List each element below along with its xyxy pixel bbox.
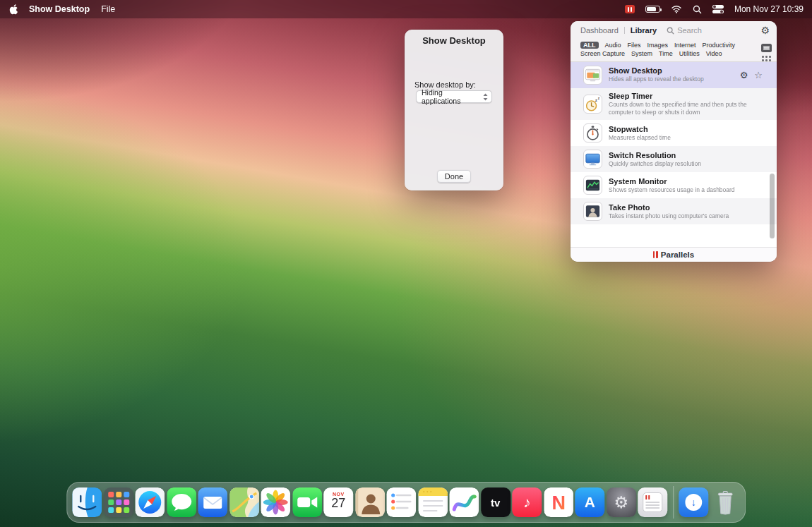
appstore-dock-icon[interactable]: A	[575, 487, 604, 517]
tool-title: Sleep Timer	[609, 92, 767, 100]
tool-description: Hides all apps to reveal the desktop	[609, 75, 734, 83]
dropdown-chevrons-icon	[482, 92, 489, 102]
appletv-dock-icon[interactable]: tv	[481, 487, 511, 517]
music-dock-icon[interactable]: ♪	[512, 487, 542, 517]
reminders-dock-icon[interactable]	[386, 487, 416, 517]
toolbox-window-icon	[643, 492, 662, 512]
dropdown-value: Hiding applications	[422, 88, 482, 105]
parallels-toolbox-panel: Dashboard Library ⚙ ALL Audio Files Imag…	[571, 21, 777, 262]
list-view-icon[interactable]	[761, 44, 772, 52]
freeform-dock-icon[interactable]	[449, 487, 479, 517]
finder-dock-icon[interactable]	[72, 487, 102, 517]
category-time[interactable]: Time	[659, 50, 673, 57]
category-internet[interactable]: Internet	[674, 42, 696, 49]
search-input[interactable]	[677, 26, 734, 35]
download-arrow-icon: ↓	[691, 497, 696, 508]
tool-row-switch-resolution[interactable]: Switch Resolution Quickly switches displ…	[571, 146, 777, 172]
show-desktop-tool-icon	[583, 66, 602, 85]
trash-dock-icon[interactable]	[710, 487, 740, 517]
tool-title: Take Photo	[609, 203, 767, 212]
tv-label: tv	[491, 497, 500, 509]
category-system[interactable]: System	[631, 50, 652, 57]
tool-title: Show Desktop	[609, 66, 734, 75]
tool-row-take-photo[interactable]: Take Photo Takes instant photo using com…	[571, 198, 777, 224]
parallels-toolbox-dock-icon[interactable]	[638, 487, 667, 517]
tab-divider	[624, 27, 625, 34]
battery-icon[interactable]	[645, 6, 660, 13]
news-n-label: N	[551, 492, 566, 514]
wifi-icon[interactable]	[671, 5, 682, 13]
show-desktop-by-dropdown[interactable]: Hiding applications	[416, 90, 492, 103]
messages-dock-icon[interactable]	[167, 487, 196, 517]
parallels-brand-name: Parallels	[661, 250, 694, 259]
panel-settings-gear-icon[interactable]: ⚙	[760, 25, 770, 35]
apple-menu-icon[interactable]	[8, 4, 18, 15]
stopwatch-tool-icon	[583, 123, 602, 143]
category-images[interactable]: Images	[647, 42, 669, 49]
tab-dashboard[interactable]: Dashboard	[580, 26, 619, 35]
show-desktop-dialog: Show Desktop Show desktop by: Hiding app…	[405, 30, 503, 190]
tool-description: Quickly switches display resolution	[609, 160, 767, 168]
tool-title: Switch Resolution	[609, 151, 767, 159]
dock-separator	[673, 486, 674, 519]
facetime-dock-icon[interactable]	[292, 487, 322, 517]
category-video[interactable]: Video	[706, 50, 722, 57]
dialog-title: Show Desktop	[405, 30, 503, 46]
svg-text:z: z	[595, 97, 597, 102]
tab-library[interactable]: Library	[631, 26, 657, 35]
calendar-day-label: 27	[331, 497, 345, 509]
downloads-dock-icon[interactable]: ↓	[679, 487, 708, 517]
photos-dock-icon[interactable]	[261, 487, 290, 517]
panel-footer: Parallels	[571, 247, 777, 262]
switch-resolution-tool-icon	[583, 150, 602, 169]
category-productivity[interactable]: Productivity	[703, 42, 736, 49]
svg-text:z: z	[598, 97, 600, 100]
control-center-icon[interactable]	[712, 5, 724, 13]
maps-dock-icon[interactable]	[229, 487, 259, 517]
safari-dock-icon[interactable]	[135, 487, 165, 517]
notes-dock-icon[interactable]	[418, 487, 448, 517]
appstore-a-label: A	[585, 494, 595, 511]
menubar-menu-file[interactable]: File	[101, 4, 115, 14]
tool-settings-gear-icon[interactable]: ⚙	[740, 71, 748, 80]
system-settings-dock-icon[interactable]: ⚙	[607, 487, 636, 517]
menubar-app-name[interactable]: Show Desktop	[29, 4, 90, 14]
parallels-logo-icon	[653, 251, 658, 258]
tool-title: Stopwatch	[609, 125, 767, 133]
panel-search[interactable]	[667, 26, 760, 35]
search-icon	[667, 27, 674, 35]
system-monitor-tool-icon	[583, 176, 602, 195]
menubar-clock[interactable]: Mon Nov 27 10:39	[734, 4, 804, 14]
sleep-timer-tool-icon: zz	[583, 95, 602, 114]
tool-row-sleep-timer[interactable]: zz Sleep Timer Counts down to the specif…	[571, 88, 777, 120]
tool-row-stopwatch[interactable]: Stopwatch Measures elapsed time	[571, 120, 777, 146]
done-button[interactable]: Done	[437, 170, 471, 183]
tool-row-system-monitor[interactable]: System Monitor Shows system resources us…	[571, 172, 777, 198]
dock: NOV 27 tv ♪ N A ⚙	[66, 482, 746, 523]
grid-view-icon[interactable]	[761, 55, 772, 62]
tool-description: Counts down to the specified time and th…	[609, 101, 767, 116]
category-files[interactable]: Files	[628, 42, 641, 49]
tool-description: Shows system resources usage in a dashbo…	[609, 186, 767, 194]
calendar-dock-icon[interactable]: NOV 27	[323, 487, 353, 517]
panel-scrollbar[interactable]	[770, 174, 775, 238]
panel-header: Dashboard Library ⚙ ALL Audio Files Imag…	[571, 21, 777, 62]
mail-dock-icon[interactable]	[198, 487, 227, 517]
category-audio[interactable]: Audio	[605, 42, 621, 49]
tool-row-show-desktop[interactable]: Show Desktop Hides all apps to reveal th…	[571, 62, 777, 88]
tool-list: Show Desktop Hides all apps to reveal th…	[571, 62, 777, 224]
gear-icon: ⚙	[614, 493, 628, 512]
launchpad-dock-icon[interactable]	[104, 487, 133, 517]
tool-favorite-star-icon[interactable]: ☆	[754, 71, 763, 80]
category-utilities[interactable]: Utilities	[679, 50, 700, 57]
parallels-toolbox-menu-icon[interactable]	[625, 5, 635, 13]
contacts-dock-icon[interactable]	[355, 487, 385, 517]
category-screen-capture[interactable]: Screen Capture	[580, 50, 625, 57]
news-dock-icon[interactable]: N	[544, 487, 573, 517]
music-note-icon: ♪	[523, 494, 531, 511]
desktop-wallpaper: Show Desktop File Mon Nov 27 10:39 Show …	[0, 0, 812, 527]
spotlight-search-icon[interactable]	[693, 5, 702, 14]
take-photo-tool-icon	[583, 202, 602, 221]
category-all[interactable]: ALL	[580, 42, 599, 49]
menu-bar: Show Desktop File Mon Nov 27 10:39	[0, 0, 812, 18]
